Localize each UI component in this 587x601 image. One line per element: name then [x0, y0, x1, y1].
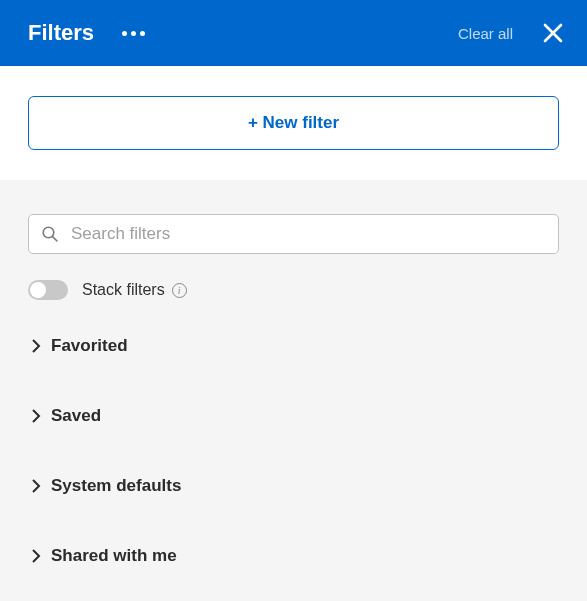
- category-favorited[interactable]: Favorited: [28, 336, 559, 356]
- stack-filters-label-wrap: Stack filters i: [82, 281, 187, 299]
- category-label: Shared with me: [51, 546, 177, 566]
- header-right: Clear all: [458, 19, 567, 47]
- category-system-defaults[interactable]: System defaults: [28, 476, 559, 496]
- new-filter-button[interactable]: + New filter: [28, 96, 559, 150]
- chevron-right-icon: [32, 339, 41, 353]
- category-shared-with-me[interactable]: Shared with me: [28, 546, 559, 566]
- more-icon[interactable]: [118, 27, 149, 40]
- svg-line-3: [53, 237, 57, 241]
- search-input[interactable]: [71, 224, 546, 244]
- clear-all-button[interactable]: Clear all: [458, 25, 513, 42]
- info-icon[interactable]: i: [172, 283, 187, 298]
- main-section: Stack filters i Favorited Saved System d…: [0, 180, 587, 566]
- chevron-right-icon: [32, 479, 41, 493]
- search-field[interactable]: [28, 214, 559, 254]
- header-left: Filters: [28, 20, 149, 46]
- category-saved[interactable]: Saved: [28, 406, 559, 426]
- category-label: Favorited: [51, 336, 128, 356]
- search-icon: [41, 225, 59, 243]
- new-filter-section: + New filter: [0, 66, 587, 180]
- stack-filters-row: Stack filters i: [28, 280, 559, 300]
- stack-filters-toggle[interactable]: [28, 280, 68, 300]
- filters-header: Filters Clear all: [0, 0, 587, 66]
- category-label: Saved: [51, 406, 101, 426]
- category-list: Favorited Saved System defaults Shared w…: [28, 336, 559, 566]
- chevron-right-icon: [32, 409, 41, 423]
- panel-title: Filters: [28, 20, 94, 46]
- chevron-right-icon: [32, 549, 41, 563]
- stack-filters-label: Stack filters: [82, 281, 165, 299]
- close-icon[interactable]: [539, 19, 567, 47]
- category-label: System defaults: [51, 476, 181, 496]
